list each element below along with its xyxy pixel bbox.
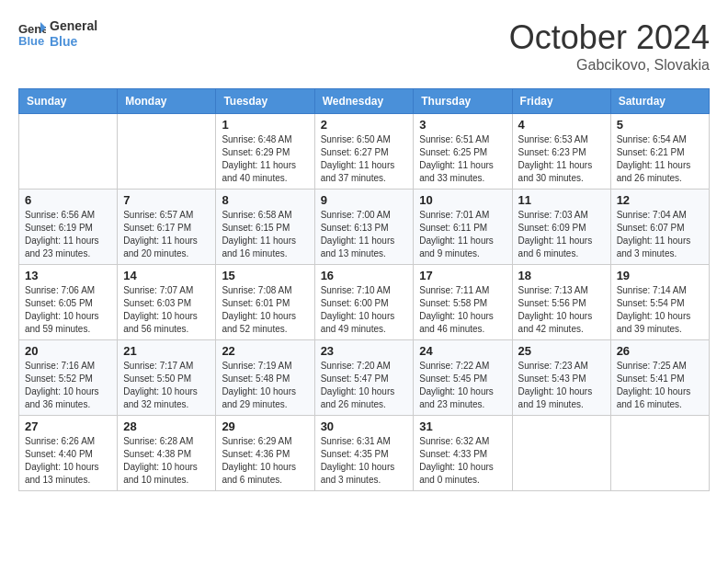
day-number: 2: [321, 118, 408, 132]
calendar-cell: 12Sunrise: 7:04 AM Sunset: 6:07 PM Dayli…: [610, 190, 709, 265]
calendar-cell: [512, 416, 610, 491]
calendar-cell: [610, 416, 709, 491]
calendar-cell: 8Sunrise: 6:58 AM Sunset: 6:15 PM Daylig…: [216, 190, 314, 265]
day-number: 11: [518, 193, 605, 207]
calendar-cell: 24Sunrise: 7:22 AM Sunset: 5:45 PM Dayli…: [414, 340, 512, 416]
day-number: 21: [123, 344, 210, 358]
header-day-wednesday: Wednesday: [314, 89, 414, 114]
day-number: 29: [222, 419, 308, 433]
calendar-cell: 4Sunrise: 6:53 AM Sunset: 6:23 PM Daylig…: [512, 114, 610, 190]
day-number: 20: [25, 344, 111, 358]
calendar-table: SundayMondayTuesdayWednesdayThursdayFrid…: [18, 88, 710, 491]
calendar-cell: 3Sunrise: 6:51 AM Sunset: 6:25 PM Daylig…: [414, 114, 512, 190]
calendar-cell: 30Sunrise: 6:31 AM Sunset: 4:35 PM Dayli…: [314, 416, 414, 491]
cell-content: Sunrise: 7:00 AM Sunset: 6:13 PM Dayligh…: [321, 209, 408, 260]
calendar-cell: 27Sunrise: 6:26 AM Sunset: 4:40 PM Dayli…: [19, 416, 118, 491]
calendar-cell: 13Sunrise: 7:06 AM Sunset: 6:05 PM Dayli…: [19, 265, 118, 340]
day-number: 4: [518, 118, 605, 132]
month-title: October 2024: [509, 18, 710, 57]
day-number: 16: [321, 269, 408, 282]
cell-content: Sunrise: 7:23 AM Sunset: 5:43 PM Dayligh…: [518, 360, 605, 411]
cell-content: Sunrise: 6:31 AM Sunset: 4:35 PM Dayligh…: [321, 435, 408, 487]
calendar-cell: 18Sunrise: 7:13 AM Sunset: 5:56 PM Dayli…: [512, 265, 610, 340]
calendar-cell: 17Sunrise: 7:11 AM Sunset: 5:58 PM Dayli…: [414, 265, 512, 340]
day-number: 1: [222, 118, 308, 132]
cell-content: Sunrise: 6:26 AM Sunset: 4:40 PM Dayligh…: [25, 435, 111, 487]
day-number: 23: [321, 344, 408, 358]
calendar-cell: 20Sunrise: 7:16 AM Sunset: 5:52 PM Dayli…: [19, 340, 118, 416]
cell-content: Sunrise: 7:16 AM Sunset: 5:52 PM Dayligh…: [25, 360, 111, 411]
day-number: 27: [25, 419, 111, 433]
calendar-cell: [118, 114, 216, 190]
cell-content: Sunrise: 7:19 AM Sunset: 5:48 PM Dayligh…: [222, 360, 308, 411]
day-number: 17: [419, 269, 506, 282]
cell-content: Sunrise: 7:13 AM Sunset: 5:56 PM Dayligh…: [518, 284, 605, 336]
day-number: 30: [321, 419, 408, 433]
logo-icon: General Blue: [18, 20, 46, 48]
day-number: 24: [419, 344, 506, 358]
week-row-5: 27Sunrise: 6:26 AM Sunset: 4:40 PM Dayli…: [19, 416, 710, 491]
cell-content: Sunrise: 6:56 AM Sunset: 6:19 PM Dayligh…: [25, 209, 111, 260]
cell-content: Sunrise: 6:28 AM Sunset: 4:38 PM Dayligh…: [123, 435, 210, 487]
day-number: 8: [222, 193, 308, 207]
calendar-cell: 9Sunrise: 7:00 AM Sunset: 6:13 PM Daylig…: [314, 190, 414, 265]
cell-content: Sunrise: 7:10 AM Sunset: 6:00 PM Dayligh…: [321, 284, 408, 336]
calendar-cell: 19Sunrise: 7:14 AM Sunset: 5:54 PM Dayli…: [610, 265, 709, 340]
logo: General Blue General Blue: [18, 18, 97, 50]
calendar-cell: 11Sunrise: 7:03 AM Sunset: 6:09 PM Dayli…: [512, 190, 610, 265]
cell-content: Sunrise: 6:50 AM Sunset: 6:27 PM Dayligh…: [321, 133, 408, 185]
day-number: 6: [25, 193, 111, 207]
cell-content: Sunrise: 7:04 AM Sunset: 6:07 PM Dayligh…: [617, 209, 703, 260]
cell-content: Sunrise: 7:07 AM Sunset: 6:03 PM Dayligh…: [123, 284, 210, 336]
calendar-cell: 26Sunrise: 7:25 AM Sunset: 5:41 PM Dayli…: [610, 340, 709, 416]
cell-content: Sunrise: 6:58 AM Sunset: 6:15 PM Dayligh…: [222, 209, 308, 260]
cell-content: Sunrise: 7:20 AM Sunset: 5:47 PM Dayligh…: [321, 360, 408, 411]
cell-content: Sunrise: 7:25 AM Sunset: 5:41 PM Dayligh…: [617, 360, 703, 411]
calendar-cell: 14Sunrise: 7:07 AM Sunset: 6:03 PM Dayli…: [118, 265, 216, 340]
week-row-4: 20Sunrise: 7:16 AM Sunset: 5:52 PM Dayli…: [19, 340, 710, 416]
page-header: General Blue General Blue October 2024 G…: [18, 18, 710, 74]
day-number: 25: [518, 344, 605, 358]
day-number: 26: [617, 344, 703, 358]
day-number: 9: [321, 193, 408, 207]
svg-text:Blue: Blue: [18, 34, 44, 48]
cell-content: Sunrise: 6:29 AM Sunset: 4:36 PM Dayligh…: [222, 435, 308, 487]
calendar-cell: 31Sunrise: 6:32 AM Sunset: 4:33 PM Dayli…: [414, 416, 512, 491]
day-number: 12: [617, 193, 703, 207]
calendar-cell: 5Sunrise: 6:54 AM Sunset: 6:21 PM Daylig…: [610, 114, 709, 190]
calendar-cell: 22Sunrise: 7:19 AM Sunset: 5:48 PM Dayli…: [216, 340, 314, 416]
cell-content: Sunrise: 6:51 AM Sunset: 6:25 PM Dayligh…: [419, 133, 506, 185]
cell-content: Sunrise: 6:54 AM Sunset: 6:21 PM Dayligh…: [617, 133, 703, 185]
header-day-saturday: Saturday: [610, 89, 709, 114]
day-number: 14: [123, 269, 210, 282]
calendar-cell: 1Sunrise: 6:48 AM Sunset: 6:29 PM Daylig…: [216, 114, 314, 190]
title-block: October 2024 Gabcikovo, Slovakia: [509, 18, 710, 74]
day-number: 31: [419, 419, 506, 433]
cell-content: Sunrise: 7:14 AM Sunset: 5:54 PM Dayligh…: [617, 284, 703, 336]
calendar-cell: 10Sunrise: 7:01 AM Sunset: 6:11 PM Dayli…: [414, 190, 512, 265]
calendar-cell: 21Sunrise: 7:17 AM Sunset: 5:50 PM Dayli…: [118, 340, 216, 416]
calendar-cell: 7Sunrise: 6:57 AM Sunset: 6:17 PM Daylig…: [118, 190, 216, 265]
calendar-cell: 28Sunrise: 6:28 AM Sunset: 4:38 PM Dayli…: [118, 416, 216, 491]
day-number: 22: [222, 344, 308, 358]
header-day-sunday: Sunday: [19, 89, 118, 114]
day-number: 13: [25, 269, 111, 282]
location-subtitle: Gabcikovo, Slovakia: [509, 57, 710, 74]
header-day-monday: Monday: [118, 89, 216, 114]
week-row-3: 13Sunrise: 7:06 AM Sunset: 6:05 PM Dayli…: [19, 265, 710, 340]
cell-content: Sunrise: 6:53 AM Sunset: 6:23 PM Dayligh…: [518, 133, 605, 185]
day-number: 5: [617, 118, 703, 132]
cell-content: Sunrise: 6:57 AM Sunset: 6:17 PM Dayligh…: [123, 209, 210, 260]
calendar-cell: [19, 114, 118, 190]
calendar-cell: 16Sunrise: 7:10 AM Sunset: 6:00 PM Dayli…: [314, 265, 414, 340]
calendar-cell: 2Sunrise: 6:50 AM Sunset: 6:27 PM Daylig…: [314, 114, 414, 190]
calendar-cell: 29Sunrise: 6:29 AM Sunset: 4:36 PM Dayli…: [216, 416, 314, 491]
cell-content: Sunrise: 7:08 AM Sunset: 6:01 PM Dayligh…: [222, 284, 308, 336]
calendar-cell: 6Sunrise: 6:56 AM Sunset: 6:19 PM Daylig…: [19, 190, 118, 265]
cell-content: Sunrise: 7:06 AM Sunset: 6:05 PM Dayligh…: [25, 284, 111, 336]
cell-content: Sunrise: 7:22 AM Sunset: 5:45 PM Dayligh…: [419, 360, 506, 411]
cell-content: Sunrise: 7:11 AM Sunset: 5:58 PM Dayligh…: [419, 284, 506, 336]
day-number: 15: [222, 269, 308, 282]
day-number: 19: [617, 269, 703, 282]
cell-content: Sunrise: 7:01 AM Sunset: 6:11 PM Dayligh…: [419, 209, 506, 260]
